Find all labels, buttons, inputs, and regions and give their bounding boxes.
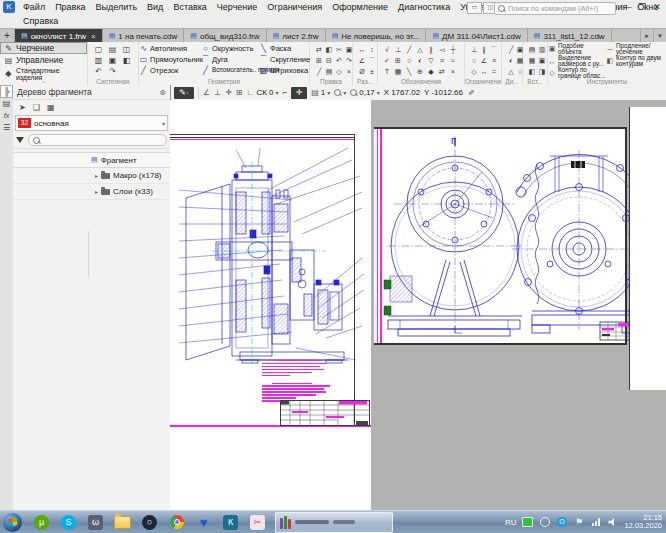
trim-icon[interactable]: ✂ xyxy=(334,44,344,55)
chrome-icon[interactable] xyxy=(163,512,190,533)
grid-toggle-icon[interactable]: ⊞ xyxy=(236,88,243,97)
mode-management[interactable]: ▤ Управление xyxy=(0,54,87,66)
tab-ne-poverish[interactable]: ▤ Не поверишь, но эт... xyxy=(326,29,427,43)
tree-item-macro[interactable]: ▸ Макро (x178) xyxy=(13,168,170,184)
window-layout-icon[interactable]: ▭ xyxy=(467,2,482,14)
triangle-icon[interactable]: ▽ xyxy=(426,55,436,66)
insert-picture-icon[interactable]: ▥ xyxy=(537,44,547,55)
ortho-toggle-button[interactable]: ✛ xyxy=(291,87,307,99)
tab-pin-icon[interactable]: ▾ xyxy=(653,29,666,43)
chamfer-button[interactable]: ╲Фаска xyxy=(259,43,307,54)
center-mark-icon[interactable]: ⊕ xyxy=(415,66,425,77)
mode-drawing[interactable]: ✎ Черчение xyxy=(0,42,87,54)
app-icon[interactable]: K xyxy=(3,1,15,13)
insert-fragment-icon[interactable]: ▤ xyxy=(527,44,537,55)
frame-icon[interactable]: ⊞ xyxy=(393,55,403,66)
split-icon[interactable]: ╱ xyxy=(314,66,324,77)
tree-search-input[interactable] xyxy=(28,134,167,146)
equal-icon[interactable]: = xyxy=(489,66,499,77)
tab-dm311[interactable]: ▤ ДМ 311.04\Лист1.cdw xyxy=(426,29,527,43)
fillet-button[interactable]: ⌒Скругление xyxy=(259,54,307,65)
heart-app-icon[interactable]: ♥ xyxy=(190,512,217,533)
arc-button[interactable]: ⌒Дуга xyxy=(201,54,259,65)
fix-icon[interactable]: ◇ xyxy=(469,66,479,77)
app-tray-icon[interactable]: O xyxy=(556,517,567,528)
layers-tool-icon[interactable]: ❏ xyxy=(33,103,40,112)
open-icon[interactable]: ▤ xyxy=(106,44,119,55)
language-indicator[interactable]: RU xyxy=(505,518,517,527)
volume-tray-icon[interactable] xyxy=(607,517,618,528)
snap-angle-icon[interactable]: ∠ xyxy=(203,88,210,97)
new-document-icon[interactable]: ▢ xyxy=(92,44,105,55)
zoom-mode-select[interactable]: ▾ xyxy=(334,89,346,96)
table-icon[interactable]: ▦ xyxy=(393,66,403,77)
text-tool-icon[interactable]: T xyxy=(382,66,392,77)
radial-dim-icon[interactable]: ⌒ xyxy=(367,55,377,66)
coordinate-system-select[interactable]: ∟ СК 0▾ xyxy=(247,88,279,97)
insert-table-icon[interactable]: ◨ xyxy=(537,66,547,77)
print-icon[interactable]: ▥ xyxy=(92,55,105,66)
redo-icon[interactable]: ↷ xyxy=(106,66,119,77)
tree-item-layers[interactable]: ▸ Слои (x33) xyxy=(13,184,170,200)
restore-button[interactable]: ❐ xyxy=(635,2,649,13)
menu-item-select[interactable]: Выделить xyxy=(91,2,143,12)
shift-icon[interactable]: ⊟ xyxy=(324,55,334,66)
angle-icon[interactable]: ∠ xyxy=(479,55,489,66)
thunder-icon[interactable]: ╲ xyxy=(404,66,414,77)
parameters-panel-icon[interactable]: ▤ xyxy=(1,98,12,109)
list-panel-icon[interactable]: ☰ xyxy=(1,122,12,133)
angle-dim-icon[interactable]: ∠ xyxy=(357,55,367,66)
insert-macro-icon[interactable]: ◧ xyxy=(527,66,537,77)
eyedropper-icon[interactable]: ✎ xyxy=(466,89,475,96)
insert-object-icon[interactable]: ▣ xyxy=(537,55,547,66)
leader-icon[interactable]: ╱ xyxy=(404,44,414,55)
flag-tray-icon[interactable]: ⚑ xyxy=(573,517,584,528)
menu-item-view[interactable]: Вид xyxy=(142,2,168,12)
marking-icon[interactable]: △ xyxy=(415,44,425,55)
section-icon[interactable]: ∥ xyxy=(426,44,436,55)
drawing-canvas[interactable]: Г xyxy=(170,100,666,510)
style-button[interactable]: ✎▾ xyxy=(174,87,194,99)
expand-arrow-icon[interactable]: ▸ xyxy=(95,172,98,179)
roughness-icon[interactable]: √ xyxy=(382,44,392,55)
tab-311-list1[interactable]: ▤ 311_list1_12.cdw xyxy=(528,29,612,43)
menu-item-help[interactable]: Справка xyxy=(18,16,63,26)
vertical-dim-icon[interactable]: ↕ xyxy=(367,44,377,55)
taskbar-clock[interactable]: 21:15 12.03.2020 xyxy=(624,514,662,531)
corner-mode-icon[interactable]: ⌐ xyxy=(283,88,288,97)
snap-point-icon[interactable]: ✛ xyxy=(225,88,232,97)
explorer-icon[interactable] xyxy=(109,512,136,533)
steam-icon[interactable]: ○ xyxy=(136,512,163,533)
diamond-icon[interactable]: ◆ xyxy=(426,66,436,77)
menu-item-insert[interactable]: Вставка xyxy=(168,2,211,12)
print-preview-icon[interactable]: ▣ xyxy=(106,55,119,66)
kompas-taskbar-icon[interactable]: К xyxy=(217,512,244,533)
tolerance-icon[interactable]: ± xyxy=(367,66,377,77)
undo-icon[interactable]: ↶ xyxy=(92,66,105,77)
halfview-icon[interactable]: ◐ xyxy=(415,55,425,66)
lines-icon[interactable]: ≡ xyxy=(437,55,447,66)
screen-capture-icon[interactable]: ✂ xyxy=(244,512,271,533)
winrar-task-button[interactable] xyxy=(275,512,393,533)
menu-item-edit[interactable]: Правка xyxy=(50,2,90,12)
tree-root-row[interactable]: ▤ Фрагмент xyxy=(13,152,170,168)
filter-icon[interactable] xyxy=(16,137,24,143)
concentric-icon[interactable]: ○ xyxy=(469,55,479,66)
network-tray-icon[interactable] xyxy=(590,517,601,528)
command-search-input[interactable]: Поиск по командам (Alt+/) xyxy=(494,2,616,15)
fragment-sheet[interactable] xyxy=(170,100,371,510)
close-button[interactable]: ✕ xyxy=(650,2,664,13)
menu-item-layout[interactable]: Оформление xyxy=(327,2,393,12)
wave-icon[interactable]: ≈ xyxy=(448,55,458,66)
rotate-ccw-icon[interactable]: ↶ xyxy=(334,55,344,66)
zoom-value-select[interactable]: 0,17▾ xyxy=(350,88,380,97)
deform-icon[interactable]: ◇ xyxy=(334,66,344,77)
tab-obsh-vid310[interactable]: ▤ общ_вид310.frw xyxy=(184,29,266,43)
parallel-icon[interactable]: ∥ xyxy=(479,44,489,55)
tab-list2[interactable]: ▤ лист 2.frw xyxy=(267,29,326,43)
expand-arrow-icon[interactable]: ▸ xyxy=(95,188,98,195)
start-button[interactable] xyxy=(3,513,22,532)
diameter-dim-icon[interactable]: Ø xyxy=(357,66,367,77)
contour-two-button[interactable]: ◧Контур по двум контурам xyxy=(606,55,664,67)
perpendicular-icon[interactable]: ⊥ xyxy=(469,44,479,55)
